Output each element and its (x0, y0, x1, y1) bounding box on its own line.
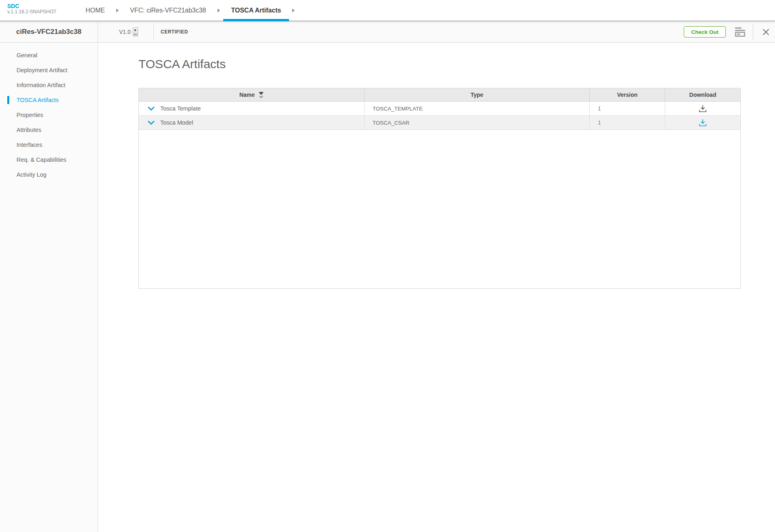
divider (753, 25, 753, 39)
print-icon (735, 27, 746, 37)
column-header-name[interactable]: Name (139, 88, 364, 101)
download-button[interactable] (698, 118, 708, 128)
breadcrumb-tab-vfc[interactable]: VFC: ciRes-VFC21ab3c38 (122, 0, 214, 21)
sidebar-item-tosca-artifacts[interactable]: TOSCA Artifacts (0, 93, 98, 108)
page-title: TOSCA Artifacts (138, 57, 226, 71)
sidebar: General Deployment Artifact Information … (0, 43, 98, 532)
column-header-version[interactable]: Version (590, 88, 665, 101)
chevron-down-icon (148, 106, 155, 111)
table-row-tosca-model[interactable]: Tosca Model TOSCA_CSAR 1 (139, 116, 740, 130)
sidebar-item-attributes[interactable]: Attributes (0, 123, 98, 138)
sort-icon (259, 92, 264, 98)
breadcrumb-arrow-icon (116, 8, 119, 13)
version-stepper[interactable] (133, 27, 138, 36)
expand-row-button[interactable] (148, 121, 155, 125)
close-button[interactable] (762, 28, 770, 36)
version-selector: V1.0 (119, 21, 138, 42)
download-button[interactable] (698, 104, 708, 114)
download-icon (699, 119, 707, 127)
sidebar-item-interfaces[interactable]: Interfaces (0, 138, 98, 152)
top-nav: SDC v.1.1.16.2-SNAPSHOT HOME VFC: ciRes-… (0, 0, 775, 21)
sdc-logo[interactable]: SDC v.1.1.16.2-SNAPSHOT (7, 3, 57, 15)
sidebar-item-general[interactable]: General (0, 48, 98, 63)
component-name: ciRes-VFC21ab3c38 (0, 21, 98, 43)
chevron-down-icon (134, 29, 136, 31)
breadcrumb-arrow-icon (292, 8, 295, 13)
tosca-artifacts-table: Name Type Version Download Tosca Templat… (138, 88, 741, 289)
sidebar-item-req-capabilities[interactable]: Req. & Capabilities (0, 152, 98, 167)
table-row-tosca-template[interactable]: Tosca Template TOSCA_TEMPLATE 1 (139, 102, 740, 116)
column-header-download[interactable]: Download (665, 88, 740, 101)
stepper-bar (134, 34, 137, 35)
breadcrumb-arrow-icon (218, 8, 220, 13)
artifact-name: Tosca Template (160, 105, 201, 112)
sidebar-item-properties[interactable]: Properties (0, 108, 98, 123)
artifact-name: Tosca Model (160, 119, 193, 126)
sidebar-item-activity-log[interactable]: Activity Log (0, 167, 98, 182)
artifact-version: 1 (590, 116, 665, 129)
breadcrumb-tab-tosca-artifacts[interactable]: TOSCA Artifacts (223, 0, 289, 21)
check-out-button[interactable]: Check Out (684, 26, 726, 38)
breadcrumb-tab-home[interactable]: HOME (78, 0, 113, 21)
component-header-bar: ciRes-VFC21ab3c38 V1.0 CERTIFIED Check O… (0, 21, 775, 43)
artifact-type: TOSCA_CSAR (364, 116, 590, 129)
artifact-type: TOSCA_TEMPLATE (364, 102, 590, 115)
header-actions: Check Out (684, 21, 770, 42)
breadcrumb: HOME VFC: ciRes-VFC21ab3c38 TOSCA Artifa… (78, 0, 298, 21)
chevron-down-icon (148, 121, 155, 125)
table-header-row: Name Type Version Download (139, 88, 740, 102)
divider (153, 24, 154, 40)
column-header-name-label: Name (239, 92, 255, 98)
sidebar-item-deployment-artifact[interactable]: Deployment Artifact (0, 63, 98, 78)
sdc-logo-text: SDC (7, 3, 57, 9)
column-header-type[interactable]: Type (364, 88, 590, 101)
expand-row-button[interactable] (148, 106, 155, 111)
print-button[interactable] (735, 27, 746, 37)
version-label: V1.0 (119, 29, 131, 35)
download-icon (699, 105, 707, 113)
close-icon (762, 29, 769, 35)
build-version-label: v.1.1.16.2-SNAPSHOT (7, 9, 57, 15)
artifact-version: 1 (590, 102, 665, 115)
sidebar-item-information-artifact[interactable]: Information Artifact (0, 78, 98, 93)
lifecycle-state-badge: CERTIFIED (161, 21, 188, 42)
